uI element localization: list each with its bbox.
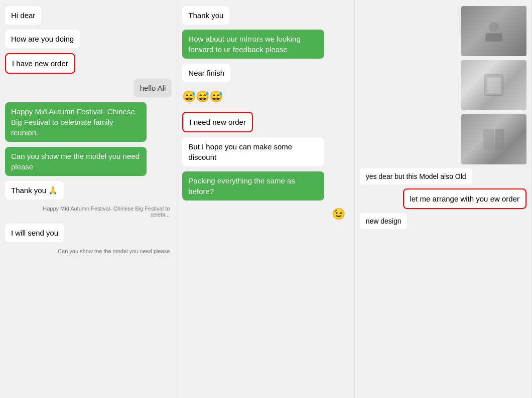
svg-point-0 — [489, 22, 499, 32]
bubble-how-are-you: How are you doing — [5, 30, 80, 48]
bubble-i-have-new-order: I have new order — [5, 53, 75, 74]
bubble-happy-festival: Happy Mid Autumn Festival- Chinese Big F… — [5, 102, 147, 142]
message-row: Can you show me the model you need pleas… — [5, 147, 172, 176]
message-row: 😅😅😅 — [182, 87, 349, 107]
chat-column-3: yes dear but this Model also Old let me … — [355, 0, 532, 398]
svg-rect-3 — [487, 78, 501, 93]
mirror-photo-2 — [461, 60, 526, 110]
message-row: Can you show me the model you need pleas… — [5, 247, 172, 255]
chat-column-2: Thank you How about our mirrors we looki… — [177, 0, 354, 398]
svg-rect-5 — [495, 129, 504, 150]
message-row: Packing everything the same as before? — [182, 171, 349, 201]
message-row: But I hope you can make some discount — [182, 137, 349, 166]
bubble-need-new-order: I need new order — [182, 112, 253, 132]
message-row: Near finish — [182, 64, 349, 82]
message-row: How are you doing — [5, 30, 172, 48]
emoji-icon: 😉 — [328, 206, 349, 223]
message-row: new design — [360, 213, 526, 229]
message-row: Happy Mid Autumn Festival- Chinese Big F… — [5, 205, 172, 219]
message-row: I will send you — [5, 224, 172, 242]
message-row: 😉 — [182, 206, 349, 223]
message-row: Thank you 🙏 — [5, 181, 172, 200]
bubble-show-model: Can you show me the model you need pleas… — [5, 147, 147, 176]
message-row: I need new order — [182, 112, 349, 132]
chat-column-1: Hi dear How are you doing I have new ord… — [0, 0, 177, 398]
bubble-hello-ali: hello Ali — [134, 79, 172, 97]
bubble-new-design: new design — [360, 213, 408, 229]
bubble-i-will-send: I will send you — [5, 224, 64, 242]
message-row: I have new order — [5, 53, 172, 74]
svg-rect-1 — [485, 33, 502, 42]
bubble-mirrors-feedback: How about our mirrors we looking forward… — [182, 30, 324, 59]
message-row: Happy Mid Autumn Festival- Chinese Big F… — [5, 102, 172, 142]
bubble-near-finish: Near finish — [182, 64, 230, 82]
bubble-thank-you-pray: Thank you 🙏 — [5, 181, 64, 200]
message-row: Hi dear — [5, 6, 172, 25]
reply-preview-festival: Happy Mid Autumn Festival- Chinese Big F… — [22, 205, 172, 219]
bubble-thank-you: Thank you — [182, 6, 229, 25]
message-row: let me arrange with you ew order — [360, 188, 526, 209]
message-row: Thank you — [182, 6, 349, 25]
mirror-photo-3 — [461, 114, 526, 164]
message-row: hello Ali — [5, 79, 172, 97]
bubble-hope-discount: But I hope you can make some discount — [182, 137, 324, 166]
bubble-packing-same: Packing everything the same as before? — [182, 171, 324, 201]
svg-rect-4 — [483, 129, 494, 150]
bubble-yes-dear: yes dear but this Model also Old — [360, 168, 472, 184]
message-row: How about our mirrors we looking forward… — [182, 30, 349, 59]
photo-row-3 — [360, 114, 526, 164]
bubble-arrange-order: let me arrange with you ew order — [403, 188, 526, 209]
bubble-emoji: 😅😅😅 — [182, 87, 223, 107]
reply-preview-show: Can you show me the model you need pleas… — [56, 247, 172, 255]
photo-row-2 — [360, 60, 526, 110]
mirror-photo-1 — [461, 6, 526, 56]
bubble-hi-dear: Hi dear — [5, 6, 41, 25]
message-row: yes dear but this Model also Old — [360, 168, 526, 184]
photo-row-1 — [360, 6, 526, 56]
